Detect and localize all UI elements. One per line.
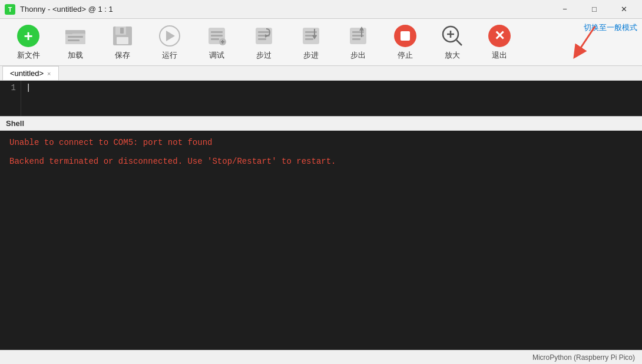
stop-icon bbox=[393, 24, 417, 48]
svg-rect-30 bbox=[352, 38, 360, 40]
window-controls: − □ ✕ bbox=[551, 1, 637, 18]
svg-rect-17 bbox=[258, 31, 270, 33]
shell-error-2: Backend terminated or disconnected. Use … bbox=[9, 157, 633, 166]
debug-icon bbox=[205, 24, 229, 48]
run-button[interactable]: 运行 bbox=[146, 22, 193, 63]
editor-container: <untitled> × 1 bbox=[0, 66, 642, 117]
new-file-button[interactable]: + 新文件 bbox=[5, 22, 52, 63]
editor-tabs: <untitled> × bbox=[0, 66, 642, 81]
editor-code-area[interactable] bbox=[21, 81, 642, 116]
svg-line-36 bbox=[456, 40, 462, 45]
exit-button[interactable]: ✕ 退出 bbox=[476, 22, 523, 63]
app-icon: T bbox=[5, 4, 15, 15]
svg-rect-11 bbox=[211, 35, 223, 37]
svg-rect-12 bbox=[211, 38, 219, 40]
svg-rect-19 bbox=[258, 38, 266, 40]
tab-label: <untitled> bbox=[10, 69, 44, 78]
toolbar: + 新文件 加载 保存 bbox=[0, 19, 642, 66]
svg-rect-10 bbox=[211, 31, 223, 33]
svg-rect-7 bbox=[117, 37, 128, 44]
editor-body: 1 bbox=[0, 81, 642, 116]
stepout-icon bbox=[346, 24, 370, 48]
stop-button[interactable]: 停止 bbox=[382, 22, 429, 63]
svg-rect-8 bbox=[120, 28, 124, 34]
save-button[interactable]: 保存 bbox=[99, 22, 146, 63]
stepin-icon bbox=[299, 24, 323, 48]
stepover-icon bbox=[252, 24, 276, 48]
zoom-button[interactable]: 放大 bbox=[429, 22, 476, 63]
switch-mode-link[interactable]: 切换至一般模式 bbox=[584, 22, 637, 33]
load-icon bbox=[64, 24, 87, 48]
stepover-button[interactable]: 步过 bbox=[240, 22, 287, 63]
status-text: MicroPython (Raspberry Pi Pico) bbox=[532, 353, 635, 362]
cursor bbox=[26, 83, 31, 92]
shell-error-1: Unable to connect to COM5: port not foun… bbox=[9, 138, 633, 147]
save-icon bbox=[111, 24, 134, 48]
line-numbers: 1 bbox=[0, 81, 21, 116]
stepout-button[interactable]: 步出 bbox=[335, 22, 382, 63]
svg-rect-2 bbox=[65, 30, 72, 34]
svg-rect-4 bbox=[68, 39, 80, 41]
new-file-icon: + bbox=[16, 24, 40, 48]
svg-rect-1 bbox=[65, 34, 85, 44]
maximize-button[interactable]: □ bbox=[581, 1, 608, 18]
window-title: Thonny - <untitled> @ 1 : 1 bbox=[20, 5, 113, 14]
editor-tab-untitled[interactable]: <untitled> × bbox=[2, 66, 59, 80]
stepin-button[interactable]: 步进 bbox=[287, 22, 335, 63]
exit-icon: ✕ bbox=[488, 24, 511, 48]
shell-body[interactable]: Unable to connect to COM5: port not foun… bbox=[0, 131, 642, 350]
shell-header: Shell bbox=[0, 117, 642, 131]
svg-rect-3 bbox=[68, 36, 83, 38]
debug-button[interactable]: 调试 bbox=[193, 22, 240, 63]
load-button[interactable]: 加载 bbox=[52, 22, 99, 63]
zoom-icon bbox=[441, 24, 464, 48]
tab-close-button[interactable]: × bbox=[47, 70, 51, 77]
shell-container: Shell Unable to connect to COM5: port no… bbox=[0, 117, 642, 350]
title-bar-left: T Thonny - <untitled> @ 1 : 1 bbox=[5, 4, 113, 15]
run-icon bbox=[158, 24, 181, 48]
status-bar: MicroPython (Raspberry Pi Pico) bbox=[0, 350, 642, 364]
svg-rect-24 bbox=[305, 38, 313, 40]
close-button[interactable]: ✕ bbox=[610, 1, 637, 18]
title-bar: T Thonny - <untitled> @ 1 : 1 − □ ✕ bbox=[0, 0, 642, 19]
minimize-button[interactable]: − bbox=[551, 1, 578, 18]
